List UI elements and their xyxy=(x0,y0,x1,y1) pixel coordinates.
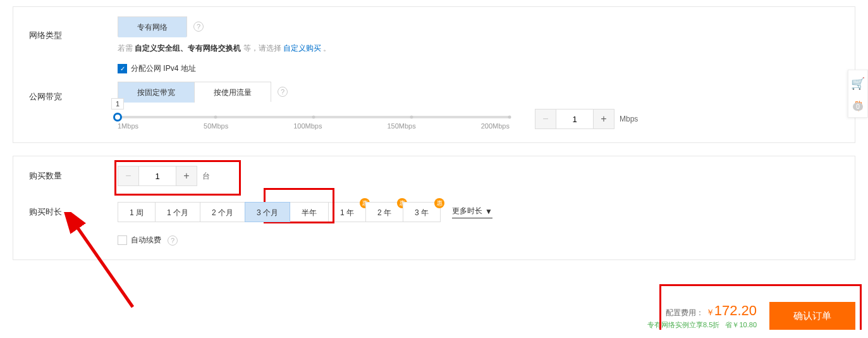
footer: 配置费用： ￥172.20 专有网络实例立享8.5折 省￥10.80 确认订单 xyxy=(0,279,868,330)
cart-tab[interactable]: 🛒 购物车 0 xyxy=(848,70,868,118)
qty-minus-button[interactable]: − xyxy=(118,166,138,185)
duration-option[interactable]: 1 年惠 xyxy=(328,202,366,222)
slider-handle[interactable] xyxy=(113,113,122,122)
price-box: 配置费用： ￥172.20 专有网络实例立享8.5折 省￥10.80 确认订单 xyxy=(647,302,855,330)
network-type-group: 专有网络 xyxy=(118,16,187,37)
bw-value-input[interactable] xyxy=(556,110,594,128)
help-icon[interactable]: ? xyxy=(193,22,204,32)
quantity-label: 购买数量 xyxy=(29,170,118,182)
duration-option[interactable]: 3 个月 xyxy=(245,202,290,222)
quantity-row: 购买数量 − + 台 xyxy=(13,156,855,186)
network-panel: 网络类型 专有网络 ? 若需 自定义安全组、专有网络交换机 等，请选择 自定义购… xyxy=(13,6,855,143)
bandwidth-label: 公网带宽 xyxy=(29,91,118,103)
assign-ip-checkbox[interactable]: ✓ 分配公网 IPv4 地址 xyxy=(118,63,196,74)
bw-unit: Mbps xyxy=(620,115,638,123)
save-text: 省￥10.80 xyxy=(725,321,757,329)
slider-tooltip: 1 xyxy=(111,98,124,110)
autorenew-checkbox[interactable]: 自动续费 ? xyxy=(118,235,178,246)
price-value: 172.20 xyxy=(714,303,757,318)
cart-count: 0 xyxy=(853,103,863,111)
duration-label: 购买时长 xyxy=(29,206,118,218)
duration-option[interactable]: 1 个月 xyxy=(155,202,200,222)
bw-plus-button[interactable]: + xyxy=(594,110,614,128)
chevron-down-icon: ▼ xyxy=(485,207,492,216)
duration-group: 1 周1 个月2 个月3 个月半年1 年惠2 年惠3 年惠 xyxy=(118,202,441,222)
discount-badge: 惠 xyxy=(434,198,444,208)
bandwidth-slider[interactable]: 1 1Mbps 50Mbps 100Mbps xyxy=(118,116,510,130)
discount-text: 专有网络实例立享8.5折 xyxy=(647,321,719,329)
duration-option[interactable]: 2 年惠 xyxy=(365,202,403,222)
check-icon: ✓ xyxy=(118,64,127,73)
network-type-row: 网络类型 专有网络 ? 若需 自定义安全组、专有网络交换机 等，请选择 自定义购… xyxy=(13,7,855,54)
custom-buy-link[interactable]: 自定义购买 xyxy=(283,44,321,53)
quantity-stepper: − + xyxy=(118,166,197,186)
qty-unit: 台 xyxy=(202,171,210,182)
network-type-label: 网络类型 xyxy=(29,30,118,41)
help-icon[interactable]: ? xyxy=(278,87,288,97)
bandwidth-row: 公网带宽 ✓ 分配公网 IPv4 地址 按固定带宽 按使用流量 ? 1 xyxy=(13,54,855,130)
duration-row: 购买时长 1 周1 个月2 个月3 个月半年1 年惠2 年惠3 年惠 更多时长 … xyxy=(13,186,855,222)
qty-value-input[interactable] xyxy=(138,166,176,185)
help-icon[interactable]: ? xyxy=(168,235,178,246)
duration-option[interactable]: 1 周 xyxy=(118,202,156,222)
confirm-order-button[interactable]: 确认订单 xyxy=(769,302,855,330)
checkbox-icon xyxy=(118,235,127,245)
more-duration[interactable]: 更多时长 ▼ xyxy=(452,206,492,218)
fee-label: 配置费用： xyxy=(666,308,704,317)
purchase-panel: 购买数量 − + 台 购买时长 1 周1 个月2 个月3 个月半年1 年惠2 年… xyxy=(13,156,855,260)
autorenew-row: 自动续费 ? xyxy=(13,222,855,247)
bandwidth-content: ✓ 分配公网 IPv4 地址 按固定带宽 按使用流量 ? 1 xyxy=(118,63,839,130)
billing-group: 按固定带宽 按使用流量 xyxy=(118,82,271,102)
bandwidth-stepper: − + xyxy=(535,109,614,129)
qty-plus-button[interactable]: + xyxy=(176,166,197,185)
fixed-bandwidth-button[interactable]: 按固定带宽 xyxy=(118,82,194,103)
vpc-button[interactable]: 专有网络 xyxy=(118,17,186,37)
duration-option[interactable]: 半年 xyxy=(290,202,329,222)
duration-option[interactable]: 3 年惠 xyxy=(403,202,441,222)
cart-icon: 🛒 xyxy=(848,77,867,91)
bw-minus-button[interactable]: − xyxy=(535,110,556,128)
network-hint: 若需 自定义安全组、专有网络交换机 等，请选择 自定义购买 。 xyxy=(118,43,839,54)
by-traffic-button[interactable]: 按使用流量 xyxy=(194,82,271,103)
network-type-content: 专有网络 ? 若需 自定义安全组、专有网络交换机 等，请选择 自定义购买 。 xyxy=(118,16,839,54)
duration-option[interactable]: 2 个月 xyxy=(200,202,245,222)
